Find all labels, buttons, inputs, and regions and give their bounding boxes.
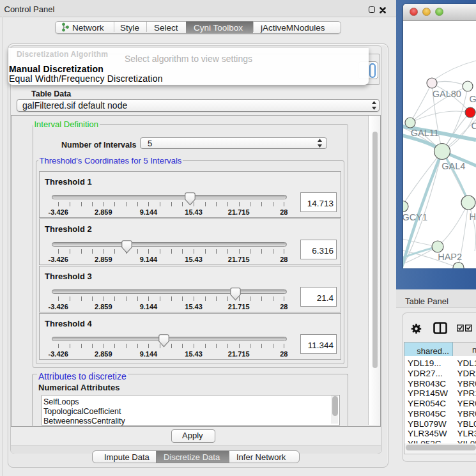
svg-text:HAP2: HAP2 [438, 252, 462, 262]
svg-text:GA: GA [470, 94, 476, 104]
svg-text:GAL80: GAL80 [433, 89, 461, 99]
svg-text:GAL11: GAL11 [411, 128, 439, 138]
svg-text:GAL4: GAL4 [441, 161, 465, 171]
svg-text:GCY1: GCY1 [403, 212, 427, 222]
svg-text:H: H [470, 211, 476, 222]
svg-text:C: C [472, 121, 476, 131]
